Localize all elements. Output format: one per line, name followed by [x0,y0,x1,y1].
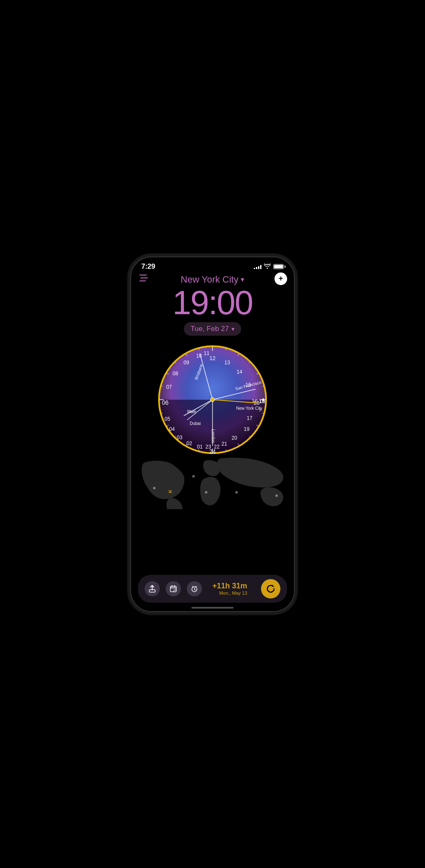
svg-text:04: 04 [169,426,175,432]
date-pill[interactable]: Tue, Feb 27 ▾ [184,322,241,336]
svg-text:12: 12 [210,355,215,361]
svg-text:08: 08 [172,371,178,377]
svg-point-74 [192,475,195,478]
main-time: 19:00 [172,286,253,320]
svg-text:21: 21 [221,441,227,447]
svg-point-71 [210,398,215,402]
svg-text:+: + [175,589,176,592]
status-icons [254,263,284,270]
dynamic-island [205,262,220,267]
svg-text:14: 14 [237,369,242,375]
header: New York City ▾ + 19:00 Tue, Feb 27 ▾ [131,271,294,336]
svg-line-89 [192,586,194,587]
city-chevron-icon: ▾ [241,275,244,283]
add-button[interactable]: + [274,272,287,285]
svg-line-88 [194,589,195,590]
time-diff-date: Mon., May 13 [219,590,247,596]
date-text: Tue, Feb 27 [191,325,229,333]
date-chevron-icon: ▾ [231,326,234,332]
battery-icon [273,264,284,269]
city-name: New York City [181,274,239,285]
svg-text:☽: ☽ [257,407,261,412]
bottom-icons: + [145,581,202,596]
phone-frame: 7:29 [130,256,295,612]
svg-point-77 [275,494,278,497]
svg-text:20: 20 [231,435,237,441]
svg-text:09: 09 [183,360,189,366]
svg-text:18: 18 [259,398,265,404]
time-diff: +11h 31m Mon., May 13 [212,582,247,596]
signal-icon [254,264,261,269]
world-map: ✈ [131,454,294,509]
svg-text:London: London [211,429,215,443]
bottom-bar: + +11h 31m Mon., May 13 [138,575,287,603]
svg-text:01: 01 [197,444,203,450]
wifi-icon [264,263,271,270]
svg-text:17: 17 [247,415,253,421]
svg-text:11: 11 [204,350,210,356]
phone-screen: 7:29 [131,257,294,611]
menu-icon[interactable] [140,274,149,283]
svg-text:05: 05 [164,416,170,422]
svg-text:24: 24 [209,448,216,455]
svg-text:19: 19 [244,426,250,432]
svg-line-90 [196,586,197,587]
city-row[interactable]: New York City ▾ [181,274,245,285]
clock-dial: 12 13 14 15 16 17 18 18 19 20 21 22 23 2… [153,341,272,459]
svg-text:06: 06 [162,399,169,406]
share-button[interactable] [145,581,160,596]
svg-text:02: 02 [186,441,192,446]
world-map-svg: ✈ [131,454,294,509]
svg-text:13: 13 [224,360,230,366]
alarm-button[interactable] [187,581,202,596]
svg-point-73 [153,487,156,489]
status-time: 7:29 [141,262,155,271]
home-indicator [191,607,234,609]
svg-text:Dubai: Dubai [190,421,201,426]
svg-text:07: 07 [166,384,172,390]
refresh-button[interactable] [261,579,280,598]
svg-text:03: 03 [177,435,183,441]
clock-container: 12 13 14 15 16 17 18 18 19 20 21 22 23 2… [131,341,294,459]
time-diff-label: +11h 31m [212,582,247,590]
svg-point-75 [205,491,207,494]
calendar-button[interactable]: + [166,581,181,596]
svg-point-76 [235,491,238,494]
